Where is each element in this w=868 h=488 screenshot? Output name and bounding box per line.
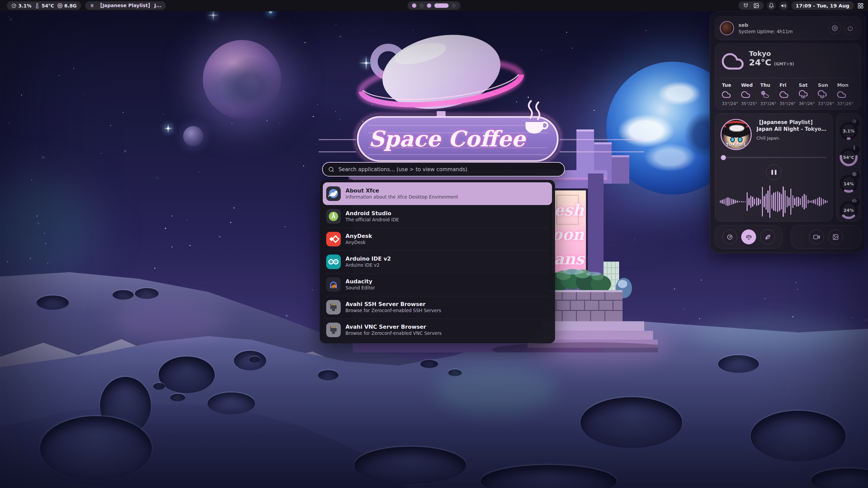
svg-text:Space Coffee: Space Coffee [369,126,526,151]
forecast-day: Mon33°/26° [837,82,854,106]
waveform-bar [724,199,725,204]
workspace-dot-5[interactable] [452,3,456,8]
workspace-dot-2[interactable] [419,3,424,8]
notifications-button[interactable] [767,1,776,10]
power-profile-card [715,225,783,249]
cloud-icon [780,90,788,99]
now-playing-pill[interactable]: 【Japanese Playlist】 J... [85,1,166,10]
waveform-bar [739,201,740,202]
weather-timezone: (GMT+9) [774,62,794,66]
top-panel: 3.1%54°C6.8G 【Japanese Playlist】 J... 17… [0,0,868,11]
app-row-arduino-ide-v2[interactable]: Arduino IDE v2Arduino IDE v2 [323,250,552,273]
app-grid-button[interactable] [857,2,864,9]
workspace-dot-1[interactable] [412,3,416,8]
app-texts: About XfceInformation about the Xfce Des… [346,188,458,200]
play-pause-button[interactable] [766,164,782,180]
star [59,75,59,76]
launcher-results: About XfceInformation about the Xfce Des… [320,180,555,343]
launcher-search[interactable] [322,162,565,177]
settings-button[interactable] [829,22,841,34]
workspace-dot-4[interactable] [434,3,449,8]
forecast-day-label: Sun [818,82,828,88]
app-description: The official Android IDE [346,217,399,222]
waveform-bar [796,197,797,207]
system-stats-pill[interactable]: 3.1%54°C6.8G [7,1,81,10]
system-gauges-card: 3.1% 54°C 14% 24% [836,113,861,222]
search-input[interactable] [338,166,559,173]
eco-button[interactable] [760,229,775,244]
app-row-anydesk[interactable]: AnyDeskAnyDesk [323,228,552,250]
app-row-about-xfce[interactable]: About XfceInformation about the Xfce Des… [323,182,552,205]
app-row-avahi-ssh-server-browser[interactable]: Avahi SSH Server BrowserBrowse for Zeroc… [323,296,552,319]
waveform-bar [754,199,755,205]
app-description: Information about the Xfce Desktop Envir… [346,195,458,200]
waveform-bar [800,198,801,205]
seek-knob[interactable] [721,155,726,160]
image-icon[interactable] [753,3,759,8]
workspace-switcher[interactable] [408,1,460,10]
app-texts: AnyDeskAnyDesk [346,233,372,245]
star [73,68,74,69]
crater [135,288,159,299]
waveform-bar [758,198,759,205]
star [219,236,220,237]
terrain-glint [434,366,556,413]
album-art-text: TOKYO L [722,142,751,147]
app-description: Browse for Zeroconf-enabled SSH Servers [346,308,441,313]
waveform-bar [720,200,721,203]
waveform-bar [748,198,749,205]
crater [354,447,466,484]
weather-card: Tokyo 24°C (GMT+9) Tue33°/24°Wed35°/25°T… [715,43,861,110]
app-row-avahi-vnc-server-browser[interactable]: Avahi VNC Server BrowserBrowse for Zeroc… [323,319,552,341]
wallpaper-button[interactable] [828,229,843,244]
waveform-bar [729,198,730,205]
forecast-temps: 33°/24° [722,101,738,106]
waveform-bar [819,197,820,206]
forecast-day-label: Mon [837,82,849,88]
waveform-bar [811,200,812,203]
star [7,261,8,262]
app-description: Arduino IDE v2 [346,263,391,268]
clock[interactable]: 17:09 - Tue, 19 Aug [791,1,854,10]
workspace-dot-3[interactable] [427,3,431,8]
screen-record-button[interactable] [809,229,824,244]
star [123,112,123,113]
gauge-thermometer: 54°C [839,147,859,167]
star [172,246,173,247]
waveform-bar [788,197,789,206]
waveform-bar [722,200,723,204]
waveform-bar [827,201,828,203]
seek-bar[interactable] [721,157,827,158]
cloud-icon [741,90,750,99]
cat-icon[interactable] [743,3,749,8]
power-button[interactable] [844,22,856,34]
waveform-bar [779,192,780,211]
powersave-button[interactable] [722,229,737,244]
balanced-button[interactable] [741,229,756,244]
waveform-bar [769,185,770,218]
star [187,220,188,220]
star [8,17,9,17]
volume-button[interactable] [779,1,788,10]
waveform-bar [747,192,748,211]
star [796,282,796,283]
gauge-chip: 14% [839,174,859,194]
speedometer-icon [852,119,860,127]
sparkle-star [164,124,173,133]
app-texts: AudacitySound Editor [346,279,375,290]
crater [318,370,338,380]
album-art[interactable]: TOKYO L [721,119,752,150]
network-jack-icon [326,323,341,337]
app-row-audacity[interactable]: AudacitySound Editor [323,273,552,296]
forecast-day: Fri35°/26° [780,82,796,106]
waveform-bar [809,201,810,203]
stat-value: 54°C [42,3,54,8]
speedometer-icon [11,3,17,8]
space-coffee-sign: Space Coffee Space Coffee [355,101,560,164]
app-row-android-studio[interactable]: Android StudioThe official Android IDE [323,205,552,228]
waveform-bar [735,200,736,203]
crater [153,383,165,390]
waveform-bar [727,197,728,206]
crater [113,290,134,300]
app-title: Avahi SSH Server Browser [346,301,441,307]
